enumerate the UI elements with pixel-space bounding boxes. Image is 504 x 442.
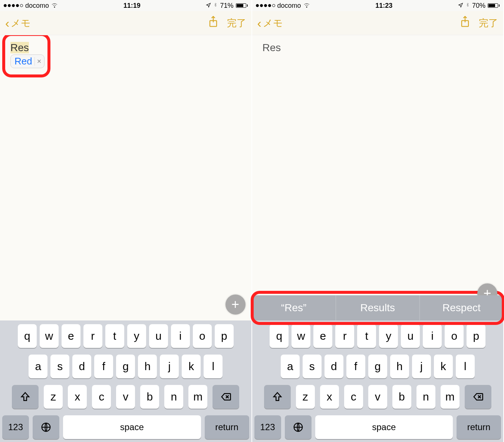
key-v[interactable]: v [116,385,135,409]
key-n[interactable]: n [416,385,435,409]
key-q[interactable]: q [270,324,289,348]
status-bar: docomo 11:23 70% [252,0,504,11]
key-j[interactable]: j [160,355,179,378]
key-o[interactable]: o [445,324,464,348]
key-space[interactable]: space [315,415,453,439]
key-shift[interactable] [264,385,291,409]
key-d[interactable]: d [325,355,343,378]
add-button[interactable]: + [225,295,246,315]
key-backspace[interactable] [213,385,239,409]
key-k[interactable]: k [434,355,453,378]
quicktype-suggestion-3[interactable]: Respect [420,295,503,320]
key-s[interactable]: s [303,355,322,378]
key-u[interactable]: u [149,324,168,348]
key-c[interactable]: c [92,385,111,409]
key-i[interactable]: i [171,324,190,348]
key-t[interactable]: t [357,324,376,348]
key-123[interactable]: 123 [254,415,281,439]
key-f[interactable]: f [94,355,113,378]
key-e[interactable]: e [62,324,80,348]
key-e[interactable]: e [313,324,332,348]
key-u[interactable]: u [401,324,420,348]
note-body[interactable]: Res Red × + [0,35,251,320]
key-shift[interactable] [12,385,39,409]
key-a[interactable]: a [281,355,300,378]
clock-label: 11:19 [123,2,141,10]
key-k[interactable]: k [182,355,201,378]
quicktype-suggestion-2[interactable]: Results [336,295,420,320]
key-b[interactable]: b [140,385,159,409]
battery-percent-label: 70% [472,2,485,10]
note-body[interactable]: Res + [252,35,504,295]
keyboard: q w e r t y u i o p a s d f g h j k l z [252,320,504,442]
key-t[interactable]: t [105,324,124,348]
key-c[interactable]: c [344,385,363,409]
key-z[interactable]: z [44,385,63,409]
key-j[interactable]: j [412,355,431,378]
key-backspace[interactable] [465,385,491,409]
key-g[interactable]: g [368,355,387,378]
plus-icon: + [483,287,491,295]
screen-right: docomo 11:23 70% ‹ メモ [252,0,504,442]
quicktype-bar: “Res” Results Respect [252,295,504,320]
key-p[interactable]: p [215,324,234,348]
battery-icon [236,3,248,8]
key-w[interactable]: w [291,324,310,348]
signal-icon [4,4,23,7]
key-h[interactable]: h [138,355,157,378]
chevron-left-icon: ‹ [257,16,261,30]
note-text[interactable]: Res [263,42,281,53]
key-y[interactable]: y [379,324,398,348]
key-z[interactable]: z [296,385,315,409]
clock-label: 11:23 [375,2,392,10]
autocorrect-suggestion[interactable]: Red × [10,54,45,68]
key-o[interactable]: o [193,324,212,348]
key-r[interactable]: r [335,324,354,348]
key-l[interactable]: l [204,355,223,378]
battery-percent-label: 71% [220,2,233,10]
back-button[interactable]: ‹ メモ [257,16,283,30]
key-g[interactable]: g [116,355,135,378]
done-button[interactable]: 完了 [227,17,246,30]
key-a[interactable]: a [29,355,47,378]
key-w[interactable]: w [40,324,59,348]
key-b[interactable]: b [392,385,411,409]
key-n[interactable]: n [164,385,183,409]
nav-bar: ‹ メモ 完了 [0,11,251,35]
carrier-label: docomo [277,2,301,10]
key-x[interactable]: x [320,385,339,409]
key-h[interactable]: h [390,355,409,378]
key-f[interactable]: f [346,355,365,378]
key-s[interactable]: s [50,355,69,378]
back-button[interactable]: ‹ メモ [5,16,31,30]
key-globe[interactable] [285,415,312,439]
close-icon[interactable]: × [34,57,42,66]
key-q[interactable]: q [18,324,37,348]
key-v[interactable]: v [368,385,387,409]
key-y[interactable]: y [127,324,146,348]
key-r[interactable]: r [83,324,102,348]
key-x[interactable]: x [68,385,87,409]
key-return[interactable]: return [457,415,501,439]
share-button[interactable] [459,16,471,31]
key-m[interactable]: m [188,385,207,409]
done-button[interactable]: 完了 [479,17,498,30]
key-space[interactable]: space [63,415,201,439]
key-return[interactable]: return [205,415,249,439]
chevron-left-icon: ‹ [5,16,9,30]
key-l[interactable]: l [456,355,475,378]
bluetooth-icon [213,2,218,10]
wifi-icon [303,1,310,10]
key-123[interactable]: 123 [2,415,29,439]
key-globe[interactable] [33,415,59,439]
wifi-icon [51,1,58,10]
note-text[interactable]: Res [10,42,29,53]
key-p[interactable]: p [467,324,485,348]
key-m[interactable]: m [441,385,459,409]
add-button[interactable]: + [477,283,497,295]
quicktype-suggestion-1[interactable]: “Res” [252,295,336,320]
share-button[interactable] [208,16,219,31]
key-d[interactable]: d [72,355,91,378]
nav-bar: ‹ メモ 完了 [252,11,504,35]
key-i[interactable]: i [423,324,442,348]
